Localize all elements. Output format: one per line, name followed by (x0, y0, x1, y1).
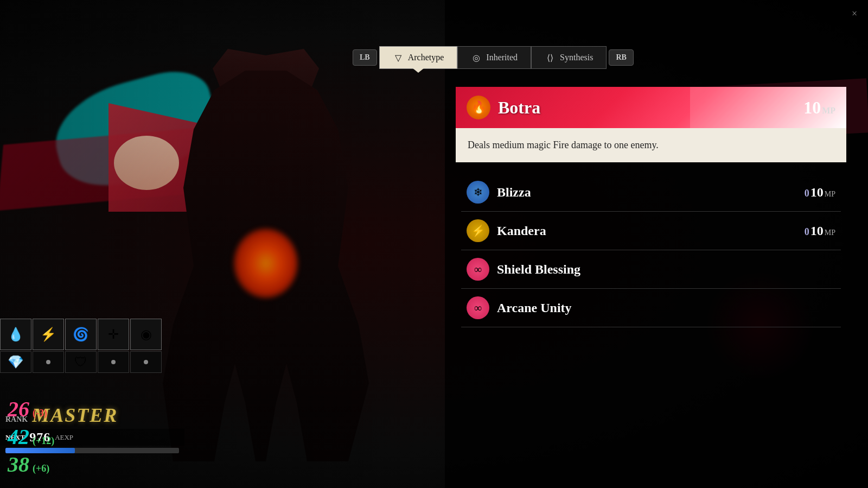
skill-icon-1: ⚡ (467, 219, 489, 242)
skill-icon-3: ∞ (467, 296, 489, 319)
skill-row-2: 💎🛡 (0, 351, 168, 373)
skill-slot-top-2[interactable]: 🌀 (65, 319, 97, 350)
selected-skill-name: Botra (498, 98, 796, 118)
skill-slots: 💧⚡🌀✛◉ 💎🛡 (0, 319, 168, 374)
skill-mp-0: 010MP (805, 185, 835, 200)
stat-delta-0: (-3) (33, 408, 47, 419)
skill-description-text: Deals medium magic Fire damage to one en… (468, 140, 659, 150)
skill-mp-zero-1: 0 (805, 226, 809, 238)
skill-mp-zero-0: 0 (805, 188, 809, 199)
stat-value-1: 42 (8, 424, 29, 449)
tab-inherited[interactable]: ◎ Inherited (457, 46, 531, 69)
skill-info-panel: 🔥 Botra 10 MP Deals medium magic Fire da… (456, 87, 846, 327)
skill-slot-top-3[interactable]: ✛ (98, 319, 129, 350)
stat-delta-1: (+12) (33, 435, 54, 447)
skill-slot-icon-2: 🌀 (73, 328, 89, 341)
skill-slot-bot-4[interactable] (130, 351, 162, 373)
stat-display: 26 (-3) 42 (+12) 38 (+6) (0, 393, 62, 483)
inherited-icon: ◎ (471, 52, 482, 63)
selected-skill-mp-value: 10 (803, 98, 821, 118)
skill-list: ❄Blizza010MP⚡Kandera010MP∞Shield Blessin… (456, 173, 846, 327)
skill-mp-suffix-1: MP (825, 229, 835, 237)
tab-archetype-label: Archetype (408, 53, 444, 62)
slot-dot-1 (46, 360, 50, 364)
skill-slot-icon-1: ⚡ (40, 328, 56, 341)
skill-list-item-2[interactable]: ∞Shield Blessing (461, 250, 841, 289)
stat-delta-2: (+6) (33, 463, 49, 474)
skill-name-2: Shield Blessing (497, 262, 828, 277)
skill-slot-bot-icon-2: 🛡 (74, 356, 87, 369)
archetype-icon: ▽ (393, 52, 404, 63)
skill-slot-icon-3: ✛ (108, 328, 119, 341)
skill-mp-num-1: 10 (810, 224, 824, 238)
close-button[interactable]: × (846, 5, 863, 22)
skill-list-item-3[interactable]: ∞Arcane Unity (461, 289, 841, 327)
skill-slot-bot-icon-0: 💎 (8, 356, 24, 369)
skill-name-3: Arcane Unity (497, 301, 828, 315)
skill-list-item-1[interactable]: ⚡Kandera010MP (461, 212, 841, 250)
skill-slot-bot-1[interactable] (33, 351, 64, 373)
stat-value-2: 38 (8, 452, 29, 477)
slot-dot-4 (144, 360, 148, 364)
skill-slot-icon-4: ◉ (141, 328, 152, 341)
skill-slot-icon-0: 💧 (8, 328, 24, 341)
stat-value-0: 26 (8, 396, 29, 422)
tab-lb-button[interactable]: LB (353, 49, 377, 66)
tab-rb-button[interactable]: RB (609, 49, 633, 66)
skill-slot-bot-0[interactable]: 💎 (0, 351, 31, 373)
skill-icon-2: ∞ (467, 258, 489, 281)
tab-inherited-label: Inherited (486, 53, 518, 62)
tab-bar: LB ▽ Archetype ◎ Inherited ⟨⟩ Synthesis … (353, 46, 776, 69)
close-icon: × (852, 8, 857, 20)
skill-mp-num-0: 10 (810, 185, 824, 200)
stat-row-1: 42 (+12) (8, 424, 54, 449)
skill-list-item-0[interactable]: ❄Blizza010MP (461, 173, 841, 212)
skill-slot-top-0[interactable]: 💧 (0, 319, 31, 350)
stat-row-2: 38 (+6) (8, 452, 54, 477)
synthesis-icon: ⟨⟩ (545, 52, 556, 63)
skill-mp-1: 010MP (805, 224, 835, 238)
skill-name-0: Blizza (497, 185, 797, 200)
skill-slot-bot-2[interactable]: 🛡 (65, 351, 97, 373)
selected-skill-mp: 10 MP (803, 98, 835, 118)
tab-archetype[interactable]: ▽ Archetype (379, 46, 458, 69)
skill-slot-top-4[interactable]: ◉ (130, 319, 162, 350)
skill-slot-bot-3[interactable] (98, 351, 129, 373)
tab-synthesis[interactable]: ⟨⟩ Synthesis (531, 46, 607, 69)
selected-skill-mp-label: MP (822, 106, 835, 116)
stat-row-0: 26 (-3) (8, 396, 54, 422)
skill-mp-suffix-0: MP (825, 190, 835, 199)
skill-icon-0: ❄ (467, 181, 489, 204)
skill-name-1: Kandera (497, 224, 797, 238)
tab-synthesis-label: Synthesis (560, 53, 593, 62)
selected-skill-header: 🔥 Botra 10 MP (456, 87, 846, 128)
skill-description-box: Deals medium magic Fire damage to one en… (456, 128, 846, 162)
skill-row-1: 💧⚡🌀✛◉ (0, 319, 168, 350)
slot-dot-3 (111, 360, 116, 364)
skill-slot-top-1[interactable]: ⚡ (33, 319, 64, 350)
selected-skill-icon: 🔥 (467, 96, 490, 119)
